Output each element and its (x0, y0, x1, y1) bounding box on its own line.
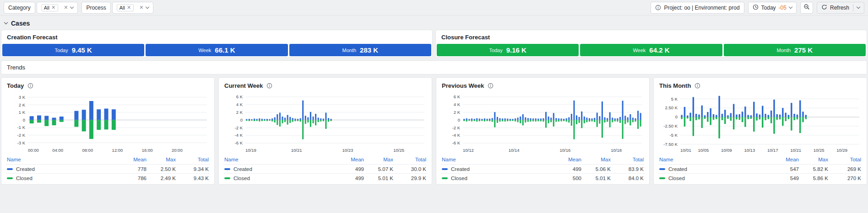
forecast-month-segment: Month 275 K (724, 44, 866, 56)
forecast-title: Closure Forecast (436, 30, 867, 44)
svg-text:10/14: 10/14 (509, 148, 520, 153)
zoom-out-icon (803, 4, 810, 11)
legend-header-row: Name Mean Max Total (658, 155, 862, 164)
process-filter-label: Process (81, 2, 110, 14)
legend-row-created[interactable]: Created 547 5.82 K 269 K (658, 164, 862, 173)
refresh-icon (821, 4, 827, 11)
time-range-label: Today (761, 5, 776, 11)
info-icon[interactable] (694, 83, 700, 89)
svg-text:2 K: 2 K (454, 110, 461, 115)
svg-text:6 K: 6 K (454, 94, 461, 99)
svg-text:16:00: 16:00 (142, 148, 153, 153)
legend-row-closed[interactable]: Closed 549 5.86 K 270 K (658, 173, 862, 182)
segment-label: Month (342, 48, 357, 53)
created-swatch (659, 168, 665, 170)
info-icon[interactable] (488, 83, 494, 89)
segment-label: Today (489, 48, 502, 53)
legend-table: Name Mean Max Total Created 778 2.50 K 9… (6, 155, 210, 182)
creation-forecast-card: Creation Forecast Today 9.45 K Week 66.1… (1, 30, 433, 58)
chip-remove-icon[interactable]: ✕ (51, 5, 55, 10)
svg-text:10/13: 10/13 (744, 148, 755, 153)
forecast-bars: Today 9.45 K Week 66.1 K Month 283 K (1, 44, 432, 57)
svg-text:10/25: 10/25 (814, 148, 825, 153)
chevron-down-icon[interactable] (789, 5, 792, 9)
svg-text:-4 K: -4 K (235, 133, 243, 138)
segment-value: 275 K (794, 46, 813, 54)
process-filter-select[interactable]: All ✕ ✕ (112, 2, 154, 14)
svg-text:-7.50 K: -7.50 K (663, 142, 678, 147)
segment-label: Week (198, 48, 211, 53)
legend-table: Name Mean Max Total Created 499 5.07 K 3… (223, 155, 427, 182)
legend-row-created[interactable]: Created 499 5.07 K 30.0 K (223, 164, 427, 173)
chart-title: Previous Week (442, 82, 484, 89)
clear-filter-icon[interactable]: ✕ (139, 5, 143, 10)
filter-bar: Category All ✕ ✕ Process All ✕ (4, 2, 153, 14)
cases-section-header[interactable]: Cases (0, 16, 868, 30)
legend-row-created[interactable]: Created 499 5.06 K 83.9 K (441, 164, 645, 173)
chevron-down-icon[interactable] (146, 5, 149, 9)
svg-text:-2 K: -2 K (235, 125, 243, 130)
chip-remove-icon[interactable]: ✕ (127, 5, 131, 10)
legend-table: Name Mean Max Total Created 547 5.82 K 2… (658, 155, 862, 182)
svg-text:0: 0 (675, 114, 678, 119)
info-icon[interactable] (266, 83, 272, 89)
trends-section-header: Trends (1, 60, 867, 75)
svg-text:-3 K: -3 K (17, 140, 26, 145)
project-env-badge: Project: oo | Environment: prod (651, 2, 744, 14)
segment-value: 9.16 K (506, 46, 526, 54)
segment-value: 66.1 K (215, 46, 235, 54)
legend-row-closed[interactable]: Closed 499 5.01 K 29.9 K (223, 173, 427, 182)
chart-header: Previous Week (441, 81, 645, 91)
chevron-down-icon[interactable] (857, 5, 860, 9)
legend-row-closed[interactable]: Closed 500 5.01 K 84.0 K (441, 173, 645, 182)
trend-chart: 6 K4 K2 K0-2 K-4 K-6 K10/1210/1410/1610/… (441, 92, 644, 153)
chip-label: All (119, 5, 125, 11)
info-icon[interactable] (27, 83, 33, 89)
clear-filter-icon[interactable]: ✕ (64, 5, 68, 10)
svg-text:10/18: 10/18 (611, 148, 622, 153)
legend-row-created[interactable]: Created 778 2.50 K 9.34 K (6, 164, 210, 173)
svg-text:10/21: 10/21 (790, 148, 801, 153)
legend-row-closed[interactable]: Closed 786 2.49 K 9.43 K (6, 173, 210, 182)
closure-forecast-card: Closure Forecast Today 9.16 K Week 64.2 … (435, 30, 867, 58)
svg-text:10/21: 10/21 (291, 148, 302, 153)
category-filter-chip: All ✕ (41, 4, 58, 11)
closed-swatch (442, 177, 448, 179)
zoom-out-button[interactable] (800, 2, 813, 14)
svg-text:-2.50 K: -2.50 K (663, 123, 678, 128)
chip-label: All (44, 5, 49, 11)
legend-header-row: Name Mean Max Total (441, 155, 645, 164)
closed-swatch (7, 177, 13, 179)
refresh-button[interactable]: Refresh (817, 2, 864, 14)
forecast-week-segment: Week 66.1 K (146, 44, 288, 56)
time-offset: -05 (779, 5, 787, 11)
section-title: Cases (11, 20, 30, 27)
svg-text:10/09: 10/09 (721, 148, 732, 153)
chevron-down-icon[interactable] (70, 5, 74, 9)
svg-text:4 K: 4 K (236, 102, 243, 107)
closed-swatch (224, 177, 230, 179)
svg-text:10/16: 10/16 (560, 148, 571, 153)
time-range-picker[interactable]: Today -05 (748, 2, 797, 14)
forecast-bars: Today 9.16 K Week 64.2 K Month 275 K (436, 44, 867, 57)
category-filter-select[interactable]: All ✕ ✕ (37, 2, 78, 14)
segment-label: Today (54, 48, 68, 53)
svg-text:10/23: 10/23 (342, 148, 353, 153)
process-filter: Process All ✕ ✕ (81, 2, 153, 14)
svg-text:-6 K: -6 K (235, 140, 243, 145)
forecast-today-segment: Today 9.45 K (2, 44, 144, 56)
chart-title: This Month (659, 82, 691, 89)
svg-text:-2 K: -2 K (17, 133, 26, 138)
closed-swatch (659, 177, 665, 179)
svg-text:0: 0 (23, 117, 25, 122)
forecast-month-segment: Month 283 K (289, 44, 431, 56)
trend-card-current-week: Current Week 6 K4 K2 K0-2 K-4 K-6 K10/19… (218, 77, 432, 185)
trend-chart: 6 K4 K2 K0-2 K-4 K-6 K10/1910/2110/2310/… (223, 92, 427, 153)
project-env-text: Project: oo | Environment: prod (664, 5, 739, 11)
segment-label: Week (633, 48, 646, 53)
svg-text:2 K: 2 K (236, 110, 243, 115)
svg-text:08:00: 08:00 (82, 148, 93, 153)
trend-card-this-month: This Month 5 K2.50 K0-2.50 K-5 K-7.50 K1… (653, 77, 867, 185)
segment-value: 64.2 K (649, 46, 669, 54)
svg-text:-6 K: -6 K (452, 140, 461, 145)
